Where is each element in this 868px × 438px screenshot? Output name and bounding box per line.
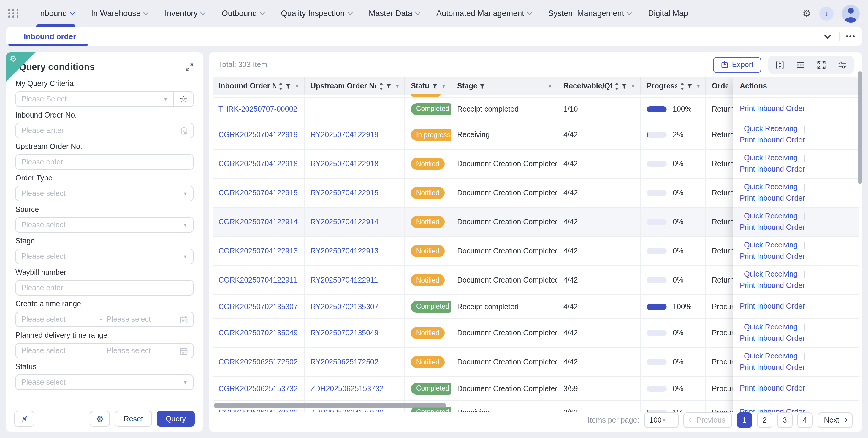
- upstream-order-link[interactable]: ZDH20250624170500: [311, 408, 383, 412]
- query-button[interactable]: Query: [157, 411, 195, 427]
- user-avatar[interactable]: [842, 4, 860, 22]
- upstream-order-link[interactable]: RY20250625172502: [311, 358, 378, 366]
- nav-item-system-management[interactable]: System Management: [547, 0, 632, 27]
- upstream-order-link[interactable]: RY20250704122914: [311, 218, 378, 226]
- column-header-progress[interactable]: Progress▼: [641, 77, 706, 95]
- inbound-order-link[interactable]: CGRK20250704122915: [218, 189, 298, 197]
- reset-button[interactable]: Reset: [115, 411, 152, 427]
- column-header-receivable-qty[interactable]: Receivable/Qty▼: [557, 77, 641, 95]
- next-page-button[interactable]: Next: [817, 412, 852, 428]
- column-header-stage[interactable]: Stage▼: [451, 77, 557, 95]
- nav-item-master-data[interactable]: Master Data: [367, 0, 421, 27]
- nav-item-quality-inspection[interactable]: Quality Inspection: [279, 0, 353, 27]
- inbound-order-link[interactable]: CGRK20250704122918: [218, 160, 298, 168]
- column-menu-icon[interactable]: ▼: [631, 83, 635, 89]
- input-create-a-time-range[interactable]: Please select-Please select: [16, 312, 193, 327]
- input-upstream-order-no[interactable]: Please enter: [16, 154, 193, 170]
- quick-receiving-link[interactable]: Quick Receiving: [744, 269, 798, 280]
- page-button-1[interactable]: 1: [737, 412, 752, 428]
- print-inbound-order-link[interactable]: Print Inbound Order: [740, 251, 805, 262]
- vertical-scrollbar-thumb[interactable]: [858, 71, 862, 184]
- favorite-star-icon[interactable]: ☆: [174, 94, 193, 104]
- column-header-upstream-order-no[interactable]: Upstream Order No.▼: [305, 77, 405, 95]
- column-menu-icon[interactable]: ▼: [395, 83, 400, 89]
- inbound-order-link[interactable]: CGRK20250702135307: [218, 302, 298, 311]
- page-button-3[interactable]: 3: [777, 412, 793, 428]
- print-inbound-order-link[interactable]: Print Inbound Order: [740, 301, 805, 312]
- select-my-query-criteria[interactable]: Please Select▼: [16, 92, 173, 106]
- filter-funnel-icon[interactable]: [480, 83, 485, 89]
- input-inbound-order-no[interactable]: Please Enter: [16, 123, 193, 138]
- inbound-order-link[interactable]: CGRK20250704122919: [218, 131, 298, 139]
- quick-receiving-link[interactable]: Quick Receiving: [744, 123, 798, 135]
- query-settings-button[interactable]: ⚙: [90, 411, 110, 427]
- column-menu-icon[interactable]: ▼: [295, 83, 299, 89]
- input-planned-delivery-time-range[interactable]: Please select-Please select: [16, 343, 193, 358]
- filter-funnel-icon[interactable]: [432, 83, 437, 89]
- app-launcher-icon[interactable]: [8, 9, 20, 18]
- column-header-status[interactable]: Status▼: [405, 77, 451, 95]
- settings-gear-icon[interactable]: ⚙: [802, 8, 811, 19]
- nav-item-inbound[interactable]: Inbound: [36, 0, 76, 27]
- upstream-order-link[interactable]: RY20250704122913: [311, 247, 378, 255]
- input-waybill-number[interactable]: Please enter: [16, 280, 193, 295]
- quick-receiving-link[interactable]: Quick Receiving: [744, 182, 798, 193]
- inbound-order-link[interactable]: CGRK20250704122913: [218, 247, 298, 255]
- filter-funnel-icon[interactable]: [621, 83, 627, 89]
- inbound-order-link[interactable]: CGRK20250704122914: [218, 218, 298, 226]
- quick-receiving-link[interactable]: Quick Receiving: [744, 322, 798, 333]
- quick-receiving-link[interactable]: Quick Receiving: [744, 153, 798, 164]
- page-button-2[interactable]: 2: [757, 412, 772, 428]
- column-menu-icon[interactable]: ▼: [548, 83, 552, 89]
- print-inbound-order-link[interactable]: Print Inbound Order: [740, 362, 805, 373]
- select-stage[interactable]: Please select▼: [16, 249, 193, 264]
- inbound-order-link[interactable]: THRK-20250707-00002: [218, 105, 297, 113]
- nav-item-outbound[interactable]: Outbound: [220, 0, 266, 27]
- column-header-inbound-order-no[interactable]: Inbound Order No.▼: [213, 77, 305, 95]
- upstream-order-link[interactable]: RY20250704122915: [311, 189, 378, 197]
- column-header-order-type[interactable]: Order Type: [706, 77, 733, 95]
- fit-columns-button[interactable]: [770, 56, 790, 73]
- filter-funnel-icon[interactable]: [687, 83, 692, 89]
- upstream-order-link[interactable]: RY20250704122919: [311, 131, 378, 139]
- select-source[interactable]: Please select▼: [16, 217, 193, 233]
- upstream-order-link[interactable]: RY20250704122918: [311, 160, 378, 168]
- print-inbound-order-link[interactable]: Print Inbound Order: [740, 135, 805, 146]
- download-center-button[interactable]: ↓: [819, 6, 834, 21]
- select-status[interactable]: Please select▼: [16, 375, 193, 390]
- inbound-order-link[interactable]: CGRK20250625153732: [218, 384, 298, 393]
- row-height-button[interactable]: [790, 56, 811, 73]
- tab-more-button[interactable]: •••: [839, 32, 862, 40]
- upstream-order-link[interactable]: RY20250704122911: [311, 276, 378, 284]
- print-inbound-order-link[interactable]: Print Inbound Order: [740, 164, 805, 175]
- page-button-4[interactable]: 4: [797, 412, 813, 428]
- horizontal-scrollbar[interactable]: [214, 403, 446, 408]
- filter-funnel-icon[interactable]: [385, 83, 391, 89]
- nav-item-automated-management[interactable]: Automated Management: [435, 0, 533, 27]
- page-size-select[interactable]: 100 ▼: [644, 412, 678, 428]
- column-menu-icon[interactable]: ▼: [696, 83, 701, 89]
- inbound-order-link[interactable]: CGRK20250624170500: [218, 408, 298, 412]
- print-inbound-order-link[interactable]: Print Inbound Order: [740, 222, 805, 233]
- quick-receiving-link[interactable]: Quick Receiving: [744, 351, 798, 362]
- inbound-order-link[interactable]: CGRK20250702135049: [218, 329, 298, 337]
- fullscreen-button[interactable]: [811, 56, 832, 73]
- inbound-order-link[interactable]: CGRK20250704122911: [218, 276, 297, 284]
- upstream-order-link[interactable]: ZDH20250625153732: [311, 384, 383, 393]
- filter-funnel-icon[interactable]: [285, 83, 290, 89]
- print-inbound-order-link[interactable]: Print Inbound Order: [740, 103, 805, 115]
- select-order-type[interactable]: Please select▼: [16, 186, 193, 201]
- print-inbound-order-link[interactable]: Print Inbound Order: [740, 280, 805, 291]
- quick-receiving-link[interactable]: Quick Receiving: [744, 211, 798, 222]
- column-settings-button[interactable]: [832, 56, 852, 73]
- nav-item-digital-map[interactable]: Digital Map: [646, 0, 690, 27]
- collapse-tabs-button[interactable]: [816, 33, 839, 39]
- print-inbound-order-link[interactable]: Print Inbound Order: [740, 383, 805, 394]
- tab-inbound-order[interactable]: Inbound order: [6, 27, 90, 46]
- quick-receiving-link[interactable]: Quick Receiving: [744, 240, 798, 251]
- panel-gear-icon[interactable]: ⚙: [9, 54, 17, 63]
- vertical-scrollbar-track[interactable]: [858, 71, 862, 430]
- print-inbound-order-link[interactable]: Print Inbound Order: [740, 193, 805, 204]
- column-menu-icon[interactable]: ▼: [441, 83, 446, 89]
- previous-page-button[interactable]: Previous: [683, 412, 732, 428]
